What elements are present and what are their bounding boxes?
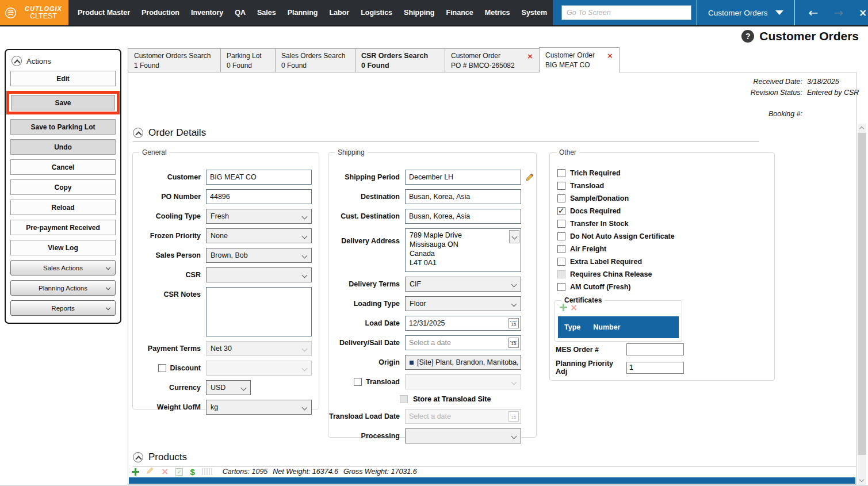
trich-required-checkbox[interactable]	[557, 169, 565, 177]
calendar-icon[interactable]: 15	[508, 338, 519, 348]
discount-checkbox[interactable]	[158, 364, 166, 372]
app-logo[interactable]: CUTLOGIX CLTEST	[0, 0, 68, 25]
tab-sales-orders-search[interactable]: Sales Orders Search 0 Found	[275, 48, 355, 72]
payment-terms-select[interactable]: Net 30	[206, 341, 312, 356]
origin-select[interactable]: [Site] Plant, Brandon, Manitoba,	[405, 355, 521, 370]
chevron-down-icon	[106, 305, 110, 310]
loading-type-select[interactable]: Floor	[405, 296, 521, 311]
close-screen-icon[interactable]: ×	[859, 7, 867, 18]
undo-button[interactable]: Undo	[10, 139, 116, 155]
cooling-type-select[interactable]: Fresh	[206, 209, 312, 224]
add-certificate-icon[interactable]	[560, 304, 567, 311]
collapse-actions-icon[interactable]	[12, 56, 22, 66]
po-number-input[interactable]	[206, 189, 312, 204]
menu-item-metrics[interactable]: Metrics	[479, 0, 516, 25]
calendar-icon[interactable]: 15	[508, 318, 519, 328]
delivery-terms-select[interactable]: CIF	[405, 277, 521, 292]
close-tab-icon[interactable]: ×	[527, 51, 533, 61]
docs-required-checkbox[interactable]	[557, 207, 565, 215]
menu-item-labor[interactable]: Labor	[323, 0, 355, 25]
reports-dropdown[interactable]: Reports	[10, 300, 116, 316]
csr-select[interactable]	[206, 267, 312, 282]
csr-notes-textarea[interactable]	[206, 287, 312, 336]
mes-order-input[interactable]	[626, 343, 684, 355]
planning-priority-adj-input[interactable]	[626, 362, 684, 374]
prepayment-received-button[interactable]: Pre-payment Received	[10, 220, 116, 235]
menu-item-planning[interactable]: Planning	[282, 0, 324, 25]
menu-item-sales[interactable]: Sales	[251, 0, 282, 25]
brand-name: CUTLOGIX	[21, 5, 66, 12]
edit-pencil-icon[interactable]	[525, 173, 534, 184]
tab-customer-order-big-meat-co[interactable]: Customer Order× BIG MEAT CO	[539, 47, 620, 72]
frozen-priority-select[interactable]: None	[206, 228, 312, 243]
environment-name: CLTEST	[21, 12, 66, 20]
edit-product-icon[interactable]	[146, 466, 154, 477]
delivery-address-dropdown-button[interactable]	[509, 230, 519, 243]
delete-product-icon[interactable]: ×	[161, 468, 169, 476]
tab-customer-orders-search[interactable]: Customer Orders Search 1 Found	[128, 48, 221, 72]
transload-other-checkbox[interactable]	[557, 182, 565, 190]
collapse-order-details-icon[interactable]	[133, 128, 143, 138]
scroll-up-button[interactable]	[858, 124, 866, 132]
reload-button[interactable]: Reload	[10, 200, 116, 215]
planning-actions-dropdown[interactable]: Planning Actions	[10, 280, 116, 296]
delete-certificate-icon[interactable]: ×	[570, 304, 578, 311]
menu-item-inventory[interactable]: Inventory	[185, 0, 229, 25]
delivery-sail-date-input[interactable]	[405, 335, 521, 350]
shipping-period-input[interactable]	[405, 170, 521, 185]
edit-button[interactable]: Edit	[10, 71, 116, 86]
menu-item-system[interactable]: System	[516, 0, 553, 25]
customer-input[interactable]	[206, 170, 312, 185]
menu-item-production[interactable]: Production	[136, 0, 185, 25]
scrollbar-thumb[interactable]	[858, 133, 866, 455]
air-freight-checkbox[interactable]	[557, 245, 565, 253]
delivery-address-box[interactable]: 789 Maple Drive Missisauga ON Canada L4T…	[405, 228, 521, 272]
transload-checkbox[interactable]	[354, 378, 362, 386]
save-button[interactable]: Save	[11, 95, 115, 110]
destination-input[interactable]	[405, 189, 521, 204]
products-toolbar: × ✓ $ Cartons: 1095 Net Weight: 16374.6 …	[132, 467, 417, 476]
save-to-parking-lot-button[interactable]: Save to Parking Lot	[10, 119, 116, 135]
vertical-scrollbar[interactable]	[858, 124, 866, 485]
copy-button[interactable]: Copy	[10, 179, 116, 195]
menu-item-product-master[interactable]: Product Master	[72, 0, 136, 25]
menu-item-shipping[interactable]: Shipping	[398, 0, 440, 25]
cancel-button[interactable]: Cancel	[10, 159, 116, 175]
select-products-icon[interactable]: ✓	[175, 468, 183, 476]
collapse-products-icon[interactable]	[133, 452, 143, 462]
scroll-down-button[interactable]	[858, 476, 866, 485]
back-arrow-icon[interactable]: ←	[809, 6, 819, 20]
document-tabs: Customer Orders Search 1 Found Parking L…	[128, 47, 620, 72]
add-product-icon[interactable]	[132, 468, 139, 476]
load-date-input[interactable]	[405, 316, 521, 331]
view-log-button[interactable]: View Log	[10, 240, 116, 255]
menu-item-logistics[interactable]: Logistics	[355, 0, 398, 25]
pricing-icon[interactable]: $	[190, 467, 194, 477]
transfer-in-stock-checkbox[interactable]	[557, 220, 565, 228]
mes-order-label: MES Order #	[556, 346, 626, 354]
close-tab-icon[interactable]: ×	[607, 51, 613, 60]
cust-destination-input[interactable]	[405, 209, 521, 224]
csr-notes-label: CSR Notes	[133, 287, 206, 299]
help-icon[interactable]: ?	[741, 30, 754, 43]
sales-person-select[interactable]: Brown, Bob	[206, 248, 312, 263]
am-cutoff-fresh-checkbox[interactable]	[557, 283, 565, 291]
menu-item-qa[interactable]: QA	[229, 0, 251, 25]
goto-screen-input[interactable]	[561, 5, 691, 20]
extra-label-required-checkbox[interactable]	[557, 258, 565, 266]
discount-select[interactable]	[206, 361, 312, 376]
transload-select[interactable]	[405, 374, 521, 389]
do-not-auto-assign-certificate-checkbox[interactable]	[557, 232, 565, 240]
tab-csr-orders-search[interactable]: CSR Orders Search 0 Found	[355, 48, 445, 72]
sales-actions-dropdown[interactable]: Sales Actions	[10, 260, 116, 275]
tab-parking-lot[interactable]: Parking Lot 0 Found	[220, 48, 276, 72]
tab-customer-order-po[interactable]: Customer Order× PO # BMCO-265082	[445, 48, 540, 72]
barcode-icon[interactable]	[202, 468, 212, 475]
weight-uofm-select[interactable]: kg	[206, 400, 312, 415]
menu-item-finance[interactable]: Finance	[441, 0, 479, 25]
forward-arrow-icon[interactable]: →	[833, 6, 843, 20]
screen-selector-dropdown[interactable]: Customer Orders	[697, 9, 794, 17]
currency-select[interactable]: USD	[206, 380, 251, 395]
sample-donation-checkbox[interactable]	[557, 194, 565, 202]
processing-select[interactable]	[405, 428, 521, 443]
